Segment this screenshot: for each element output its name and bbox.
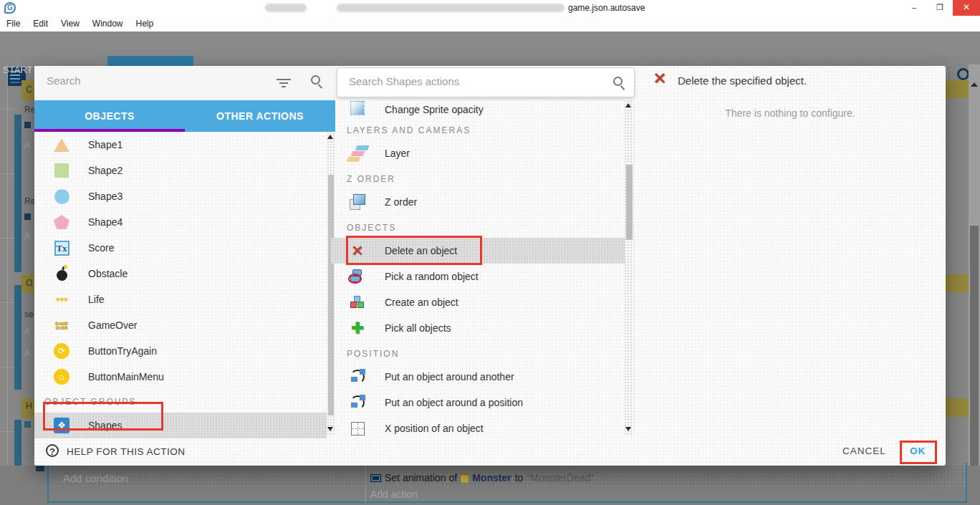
- action-row-around-another[interactable]: Put an object around another: [331, 364, 625, 390]
- object-row-score[interactable]: Tx Score: [34, 235, 327, 261]
- gameover-sprite-icon: GAME OVER: [53, 321, 70, 330]
- actions-list-scrollbar[interactable]: [624, 100, 634, 436]
- menu-view[interactable]: View: [54, 16, 86, 32]
- object-row-shape3[interactable]: Shape3: [34, 183, 327, 209]
- redacted-title-segment: [337, 4, 565, 12]
- restore-button[interactable]: ❐: [927, 0, 953, 16]
- menu-help[interactable]: Help: [130, 16, 160, 32]
- actions-search-input[interactable]: [349, 75, 585, 87]
- object-search-input[interactable]: [47, 74, 261, 87]
- monster-object-icon: [461, 473, 469, 483]
- action-label: Create an object: [385, 297, 458, 308]
- pick-random-icon: [350, 269, 365, 284]
- comment-row-fragment-right: [946, 398, 969, 417]
- object-row-buttonmainmenu[interactable]: ⌂ ButtonMainMenu: [34, 364, 327, 390]
- action-description: Delete the specified object.: [678, 74, 807, 87]
- filter-icon[interactable]: [277, 79, 291, 80]
- cancel-button[interactable]: CANCEL: [842, 446, 886, 456]
- help-for-this-action-link[interactable]: HELP FOR THIS ACTION: [67, 446, 186, 457]
- object-label: Life: [88, 294, 105, 305]
- action-label: Pick a random object: [385, 271, 479, 282]
- section-header-layers: LAYERS AND CAMERAS: [331, 117, 625, 140]
- action-row-around-position[interactable]: Put an object around a position: [331, 390, 625, 415]
- object-label: Shape1: [88, 139, 123, 150]
- actions-scrollbar-thumb[interactable]: [626, 165, 633, 240]
- object-label: Shape2: [88, 165, 123, 176]
- action-row-pick-all[interactable]: ✚ Pick all objects: [331, 315, 625, 341]
- object-label: ButtonMainMenu: [88, 371, 164, 383]
- tab-other-actions[interactable]: OTHER ACTIONS: [185, 100, 335, 132]
- home-button-icon: ⌂: [53, 369, 70, 385]
- ruler-tick: [0, 238, 14, 239]
- text-fragment: A: [24, 140, 30, 150]
- action-row-zorder[interactable]: Z order: [331, 189, 625, 215]
- menu-edit[interactable]: Edit: [27, 16, 54, 32]
- object-search-bar: [34, 66, 335, 100]
- action-row-change-sprite-opacity[interactable]: Change Sprite opacity: [331, 97, 625, 117]
- scroll-up-arrow[interactable]: [625, 103, 631, 107]
- action-row-pick-random[interactable]: Pick a random object: [331, 264, 625, 289]
- action-row[interactable]: Set animation of Monster to "MonsterDead…: [370, 472, 594, 484]
- opacity-icon: [350, 101, 365, 115]
- search-icon[interactable]: [311, 75, 320, 85]
- delete-cross-icon: ✕: [652, 72, 668, 86]
- object-row-gameover[interactable]: GAME OVER GameOver: [34, 312, 327, 338]
- action-row-layer[interactable]: Layer: [331, 140, 625, 166]
- add-action-link[interactable]: Add action: [370, 489, 418, 500]
- object-row-shape1[interactable]: Shape1: [34, 132, 327, 158]
- search-icon[interactable]: [613, 77, 623, 86]
- scroll-down-arrow[interactable]: [625, 427, 631, 431]
- section-header-zorder: Z ORDER: [331, 166, 625, 189]
- object-row-shape2[interactable]: Shape2: [34, 158, 327, 183]
- nothing-to-configure-message: There is nothing to configure.: [635, 107, 946, 119]
- menu-window[interactable]: Window: [86, 16, 130, 32]
- text-fragment: H: [26, 401, 32, 411]
- gdevelop-logo: G: [4, 2, 16, 14]
- search-icon[interactable]: [957, 68, 969, 80]
- toolbar: + + + + – ↶ ↷: [0, 32, 980, 56]
- events-scrollbar-thumb[interactable]: [970, 226, 979, 493]
- conditions-actions-divider: [365, 466, 366, 503]
- object-row-buttontryagain[interactable]: ⟳ ButtonTryAgain: [34, 338, 327, 364]
- menu-file[interactable]: File: [0, 16, 27, 32]
- tab-objects[interactable]: OBJECTS: [34, 100, 185, 132]
- around-position-icon: [350, 395, 365, 410]
- ruler-tick: [0, 431, 14, 432]
- action-row-x-position[interactable]: X position of an object: [331, 415, 625, 441]
- dialog-tabs: OBJECTS OTHER ACTIONS: [34, 100, 335, 132]
- event-group-bar: [14, 285, 21, 390]
- action-label: Z order: [385, 196, 417, 208]
- help-icon[interactable]: ?: [46, 444, 59, 457]
- events-ruler: [7, 64, 8, 505]
- scene-tab[interactable]: [107, 56, 193, 66]
- minimize-button[interactable]: –: [901, 0, 927, 16]
- action-row-create-object[interactable]: Create an object: [331, 289, 625, 315]
- annotation-box-delete-object: [346, 236, 482, 265]
- comment-row-fragment-right: [946, 274, 969, 292]
- icon-fragment: [24, 122, 31, 128]
- ruler-tick: [0, 367, 14, 367]
- annotation-box-ok: [900, 441, 937, 464]
- text-fragment: se: [24, 309, 34, 319]
- text-fragment: A: [24, 327, 30, 337]
- action-label: Pick all objects: [385, 322, 451, 334]
- animation-action-icon: [370, 474, 381, 482]
- object-label: Shape3: [88, 191, 123, 202]
- action-label: X position of an object: [385, 423, 484, 434]
- close-button[interactable]: ✕: [953, 0, 980, 16]
- text-fragment: O: [26, 278, 32, 288]
- add-condition-link[interactable]: Add condition: [63, 472, 128, 484]
- object-row-life[interactable]: ♥♥♥ Life: [34, 287, 327, 312]
- comment-row-fragment-right: [946, 80, 969, 98]
- scroll-up-arrow[interactable]: [971, 82, 978, 87]
- action-label: Put an object around another: [385, 371, 514, 383]
- actions-search-bar: [337, 67, 635, 97]
- green-plus-icon: ✚: [350, 321, 365, 335]
- event-group-bar: [14, 115, 21, 272]
- object-row-obstacle[interactable]: Obstacle: [34, 261, 327, 287]
- square-icon: [53, 163, 70, 178]
- actions-list: Change Sprite opacity LAYERS AND CAMERAS…: [331, 97, 625, 441]
- ruler-tick: [0, 109, 14, 110]
- redacted-title-segment: [265, 4, 307, 12]
- object-row-shape4[interactable]: Shape4: [34, 209, 327, 235]
